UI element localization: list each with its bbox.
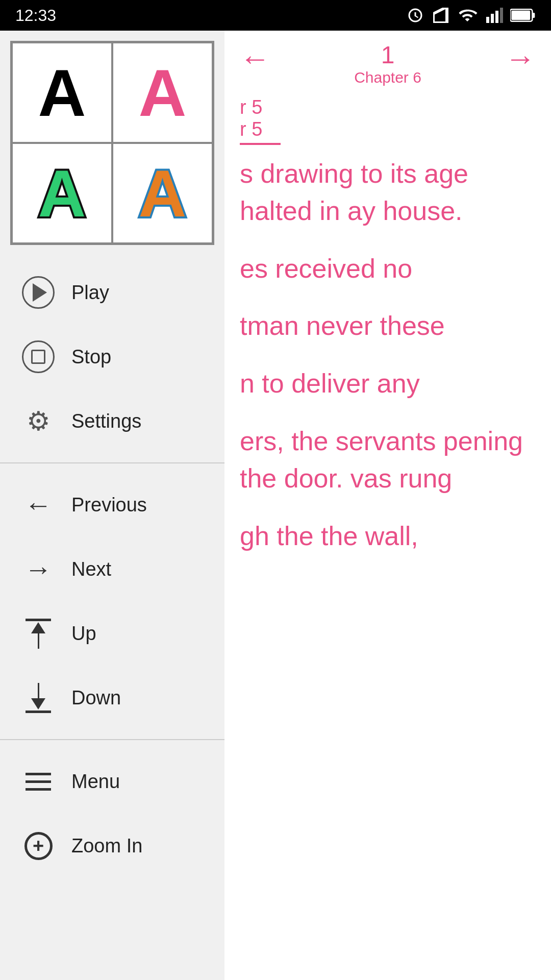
book-paragraph-4: n to deliver any [240,365,536,402]
font-cell-black[interactable]: A [12,42,112,143]
book-paragraph-3: tman never these [240,307,536,345]
play-label: Play [71,282,109,304]
font-cell-green[interactable]: A [12,143,112,243]
menu-icon [20,764,56,799]
menu-label: Menu [71,771,120,793]
nav-forward-arrow[interactable]: → [505,41,536,76]
podcast-icon [406,6,424,24]
svg-rect-5 [532,13,535,18]
svg-rect-3 [500,8,503,23]
menu-item-down[interactable]: Down [0,666,224,730]
menu-section-nav: ← Previous → Next Up [0,468,224,735]
svg-rect-2 [495,11,498,23]
down-icon [20,680,56,716]
zoom-in-label: Zoom In [71,835,142,857]
arrow-right-icon: → [20,551,56,587]
up-label: Up [71,623,96,645]
font-letter-pink: A [139,60,187,126]
status-time: 12:33 [15,6,56,25]
chapter-label: r 5 [240,96,536,118]
status-icons [406,6,536,24]
gear-icon: ⚙ [20,403,56,439]
font-cell-blue[interactable]: A [112,143,213,243]
svg-rect-0 [486,17,489,23]
font-letter-black: A [38,60,86,126]
status-bar: 12:33 [0,0,551,31]
previous-label: Previous [71,494,147,516]
book-paragraph-6: gh the the wall, [240,518,536,555]
sim-icon [432,6,450,24]
menu-item-settings[interactable]: ⚙ Settings [0,389,224,453]
menu-section-top: Play Stop ⚙ Settings [0,255,224,458]
menu-item-menu[interactable]: Menu [0,749,224,814]
divider-2 [0,739,224,740]
menu-item-next[interactable]: → Next [0,537,224,601]
down-label: Down [71,687,121,709]
font-letter-green: A [38,160,86,227]
font-cell-pink[interactable]: A [112,42,213,143]
book-paragraph-2: es received no [240,250,536,287]
menu-item-zoom-in[interactable]: Zoom In [0,814,224,878]
nav-info: 1 Chapter 6 [354,41,421,86]
stop-icon [20,339,56,375]
divider-1 [0,462,224,463]
play-icon [20,275,56,310]
chapter-right: Chapter 6 [354,69,421,86]
svg-rect-6 [512,11,531,20]
right-panel: ← 1 Chapter 6 → r 5 r 5 s drawing to its… [224,31,551,980]
svg-rect-1 [491,14,494,23]
signal-icon [485,6,503,24]
main-container: A A A A Play S [0,31,551,980]
menu-section-bottom: Menu Zoom In [0,744,224,883]
chapter-sublabel: r 5 [240,118,536,140]
up-icon [20,616,56,651]
next-label: Next [71,558,111,580]
nav-header: ← 1 Chapter 6 → [240,41,536,86]
nav-back-arrow[interactable]: ← [240,41,270,76]
menu-item-up[interactable]: Up [0,601,224,666]
font-grid[interactable]: A A A A [10,41,214,245]
page-number: 1 [354,41,421,69]
battery-icon [510,6,536,24]
settings-label: Settings [71,410,141,432]
font-letter-blue: A [139,160,187,227]
menu-item-play[interactable]: Play [0,260,224,325]
chapter-info: r 5 r 5 [240,96,536,145]
zoom-in-icon [20,828,56,864]
chapter-underline [240,143,281,145]
book-paragraph-5: ers, the servants pening the door. vas r… [240,423,536,497]
left-panel: A A A A Play S [0,31,224,980]
wifi-icon [457,6,478,24]
menu-item-stop[interactable]: Stop [0,325,224,389]
arrow-left-icon: ← [20,487,56,523]
stop-label: Stop [71,346,111,368]
book-content: s drawing to its age halted in ay house.… [240,155,536,554]
book-paragraph-1: s drawing to its age halted in ay house. [240,155,536,230]
menu-item-previous[interactable]: ← Previous [0,473,224,537]
